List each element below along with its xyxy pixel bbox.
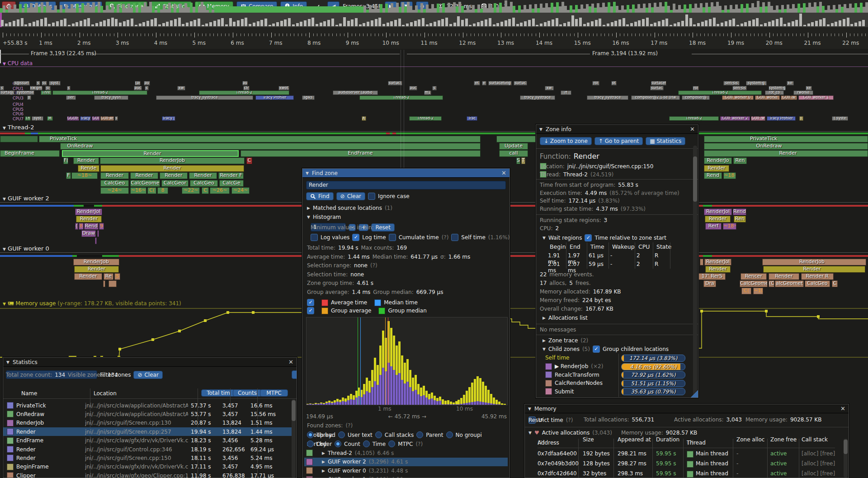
sort-by-radio-order[interactable]: [307, 440, 314, 447]
collapse-triangle-icon[interactable]: ▼: [539, 127, 542, 132]
timeline-zone[interactable]: RenderJol: [704, 208, 732, 215]
timeline-zone[interactable]: Ren: [733, 157, 747, 164]
clear-button[interactable]: ⊘ Clear: [336, 192, 365, 200]
timeline-zone[interactable]: kw: [545, 86, 554, 90]
timeline-zone[interactable]: rol: [592, 81, 599, 85]
timeline-zone[interactable]: GUIF worker 1: [798, 95, 834, 100]
timeline-zone[interactable]: surfac: [650, 86, 664, 90]
zone-info-scroll-thumb[interactable]: [693, 156, 697, 202]
timeline-zone[interactable]: si: [45, 86, 51, 90]
timeline-zone[interactable]: call: [499, 150, 528, 157]
timeline-zone[interactable]: Rend: [704, 172, 722, 179]
timeline-zone[interactable]: C(: [147, 187, 156, 194]
timeline-zone[interactable]: surfa@2.1g: [0, 90, 14, 95]
timeline-zone[interactable]: et: [474, 81, 480, 85]
collapse-triangle-icon[interactable]: ▼: [542, 236, 546, 240]
sort-by-radio-mtpc[interactable]: [388, 440, 395, 447]
expand-triangle-icon[interactable]: ▶: [322, 451, 325, 455]
go-to-parent-button[interactable]: ↑ Go to parent: [594, 137, 643, 145]
timeline-zone[interactable]: system-g: [769, 86, 786, 90]
timeline-zone[interactable]: composer@: [682, 95, 710, 100]
timeline-zone[interactable]: Tracy Profiler: [767, 116, 796, 121]
timeline-zone[interactable]: ~18~: [71, 172, 98, 179]
self-time-checkbox[interactable]: [451, 234, 458, 241]
timeline-zone[interactable]: ~24~: [100, 187, 129, 194]
zoom-to-zone-button[interactable]: ↓ Zoom to zone: [540, 137, 592, 145]
timeline-zone[interactable]: A: [362, 116, 366, 121]
timeline-zone[interactable]: s: [27, 95, 31, 100]
found-zone-group-row[interactable]: ▶GUIF worker 2(3,296)4.61 s: [304, 458, 508, 466]
timeline-zone[interactable]: s: [67, 86, 71, 90]
timeline-zone[interactable]: M: [47, 116, 53, 121]
collapse-triangle-icon[interactable]: ▼: [6, 360, 9, 364]
column-sort-button[interactable]: MTPC: [260, 389, 288, 397]
found-zone-group-row[interactable]: ▶GUIF worker 1(3,192)4.39 s: [304, 475, 508, 478]
close-icon[interactable]: ✕: [288, 359, 293, 365]
timeline-zone[interactable]: Tracy Profiler: [255, 95, 294, 100]
timeline-zone[interactable]: Thread-2: [199, 90, 289, 95]
statistics-panel-titlebar[interactable]: ▼Statistics✕: [3, 358, 297, 367]
timeline-zone[interactable]: s@ssurf: [14, 81, 30, 85]
collapse-triangle-icon[interactable]: ▼: [542, 347, 546, 351]
timeline-zone[interactable]: rworke: [793, 90, 813, 95]
find-zone-panel-titlebar[interactable]: ▼Find zone✕: [302, 169, 509, 178]
timeline-zone[interactable]: Rende: [78, 165, 99, 172]
memory-panel-titlebar[interactable]: ▼Memory✕: [525, 404, 849, 413]
timeline-zone[interactable]: OnRedraw: [60, 143, 481, 150]
timeline-zone[interactable]: 8: [157, 187, 168, 194]
alloc-call-stack[interactable]: [alloc] [free]: [802, 470, 843, 477]
timeline-zone[interactable]: CalcGeo: [190, 180, 218, 187]
timeline-zone[interactable]: Render: [160, 172, 188, 179]
close-icon[interactable]: ✕: [690, 126, 695, 133]
statistics-row[interactable]: PrivateTickjni/../jni/src/claw/applicati…: [3, 401, 295, 410]
timeline-zone[interactable]: Rend: [733, 208, 746, 215]
timeline-zone[interactable]: Render: [73, 157, 99, 164]
timeline-zone[interactable]: RenderJo: [704, 157, 732, 164]
timeline-zone[interactable]: [0, 136, 38, 142]
timeline-zone[interactable]: [97, 230, 99, 237]
timeline-zone[interactable]: ( syste: [832, 116, 848, 121]
timeline-zone[interactable]: Thread-2: [669, 116, 719, 121]
collapse-triangle-icon[interactable]: ▼: [528, 431, 532, 435]
child-zones-row[interactable]: ▼Child zones(5)✓Group children locations: [542, 345, 669, 353]
found-zone-group-row[interactable]: ▶Thread-2(4,105)6.46 s: [304, 449, 508, 457]
close-icon[interactable]: ✕: [501, 170, 506, 176]
statistics-row[interactable]: Clipperjni/../jni/src/claw/gfx/geo/Clipp…: [3, 471, 295, 478]
timeline-zone[interactable]: Tracy: [80, 116, 91, 121]
group-by-radio-thread[interactable]: [307, 431, 314, 438]
expand-triangle-icon[interactable]: ▶: [307, 206, 310, 210]
child-zone-row[interactable]: RecalcTransform: [545, 371, 599, 378]
timeline-zone[interactable]: [496, 136, 538, 142]
timeline-zone[interactable]: kwot: [278, 86, 289, 90]
timeline-zone[interactable]: T: [521, 157, 525, 164]
timeline-zone[interactable]: Rend: [84, 223, 99, 230]
statistics-button[interactable]: ▦ Statistics: [646, 137, 685, 145]
timeline-zone[interactable]: au: [242, 81, 248, 85]
clipped-button[interactable]: [292, 370, 297, 379]
collapse-triangle-icon[interactable]: ▼: [528, 407, 531, 411]
timeline-zone[interactable]: tracy_sysn: [94, 95, 128, 100]
timeline-zone[interactable]: Ren: [734, 216, 746, 222]
statistics-row[interactable]: OnRedrawjni/../jni/src/claw/application/…: [3, 410, 295, 418]
timeline-zone[interactable]: rol: [693, 86, 699, 90]
timeline-zone[interactable]: GUI: [92, 116, 100, 121]
timeline-zone[interactable]: RenderJol: [75, 208, 102, 215]
timeline-zone[interactable]: Render: [100, 172, 129, 179]
timeline-zone[interactable]: Render F: [218, 172, 244, 179]
zone-trace-row[interactable]: ▶Zone trace(2): [542, 337, 588, 344]
timeline-zone[interactable]: Render: [100, 165, 244, 172]
timeline-zone[interactable]: Th: [25, 116, 31, 121]
statistics-row[interactable]: RenderJobjni/../jni/src/guif/Screen.cpp:…: [3, 419, 295, 427]
timeline-zone[interactable]: GUIF worker 2: [720, 116, 750, 121]
timeline-zone[interactable]: GUIF worke: [755, 95, 780, 100]
timeline-zone[interactable]: Thread-2: [678, 90, 762, 95]
timeline-zone[interactable]: Thread-2: [359, 95, 443, 100]
wait-regions-row[interactable]: ▼Wait regions✓Time relative to zone star…: [542, 234, 666, 241]
collapse-triangle-icon[interactable]: ▼: [3, 62, 6, 66]
expand-triangle-icon[interactable]: ▶: [322, 459, 325, 464]
timeline-zone[interactable]: S: [516, 157, 520, 164]
timeline-zone[interactable]: rf: [561, 90, 571, 95]
timeline-zone[interactable]: Render: [704, 165, 729, 172]
timeline-zone[interactable]: OnRedraw: [704, 143, 868, 150]
cpu-row-label[interactable]: CPU7: [13, 117, 24, 121]
